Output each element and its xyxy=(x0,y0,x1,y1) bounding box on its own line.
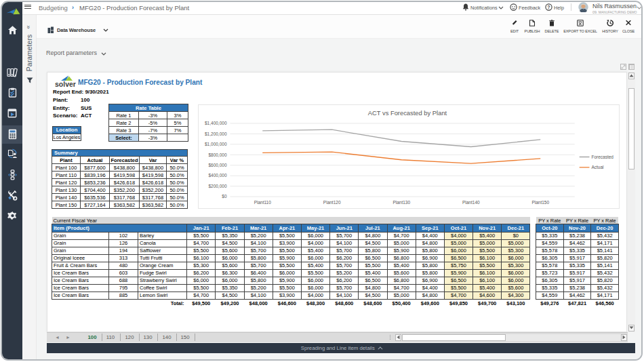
svg-text:$1,000,000: $1,000,000 xyxy=(205,142,227,146)
svg-text:?: ? xyxy=(547,5,550,9)
svg-text:Plant110: Plant110 xyxy=(254,200,272,205)
svg-text:$200,000: $200,000 xyxy=(208,184,226,188)
svg-text:$0: $0 xyxy=(222,194,227,199)
svg-text:Actual: Actual xyxy=(591,165,604,169)
svg-text:$600,000: $600,000 xyxy=(208,163,226,167)
svg-text:Forecasted: Forecasted xyxy=(591,155,613,159)
svg-text:$1,400,000: $1,400,000 xyxy=(205,121,227,125)
svg-text:$1,200,000: $1,200,000 xyxy=(205,132,227,136)
svg-text:$800,000: $800,000 xyxy=(208,153,226,157)
svg-text:Plant130: Plant130 xyxy=(393,200,410,205)
svg-text:Plant150: Plant150 xyxy=(531,200,549,205)
svg-text:ACT vs Forecasted by Plant: ACT vs Forecasted by Plant xyxy=(368,110,447,117)
svg-text:Plant120: Plant120 xyxy=(323,200,341,205)
svg-text:$400,000: $400,000 xyxy=(208,173,226,178)
svg-text:Plant140: Plant140 xyxy=(462,200,480,205)
